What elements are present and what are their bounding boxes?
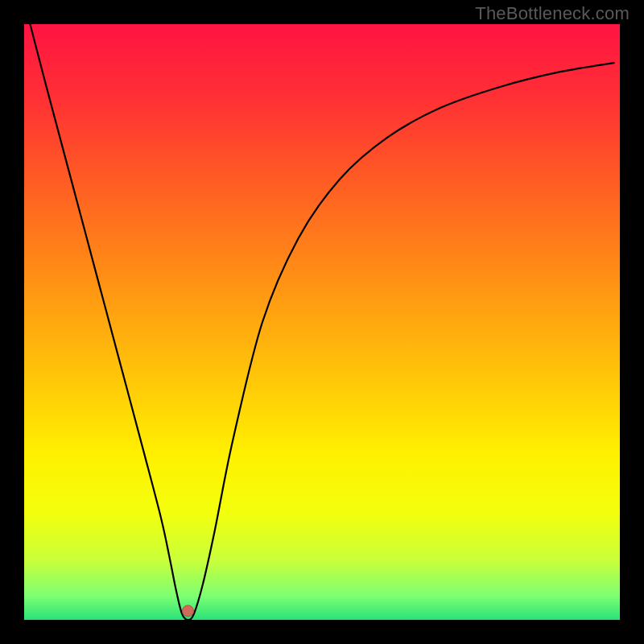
watermark-text: TheBottleneck.com: [475, 3, 630, 24]
optimum-marker: [183, 605, 194, 617]
plot-area: [24, 24, 620, 620]
chart-frame: TheBottleneck.com: [0, 0, 644, 644]
gradient-background: [24, 24, 620, 620]
plot-svg: [24, 24, 620, 620]
